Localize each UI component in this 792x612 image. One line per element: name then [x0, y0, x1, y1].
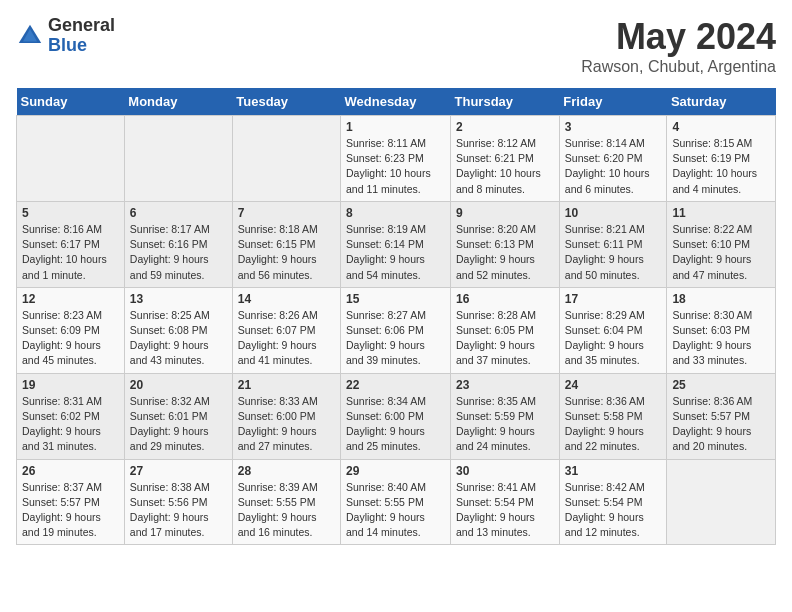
calendar-cell: 13Sunrise: 8:25 AM Sunset: 6:08 PM Dayli… [124, 287, 232, 373]
calendar-cell: 2Sunrise: 8:12 AM Sunset: 6:21 PM Daylig… [451, 116, 560, 202]
calendar-cell: 15Sunrise: 8:27 AM Sunset: 6:06 PM Dayli… [341, 287, 451, 373]
calendar-cell: 5Sunrise: 8:16 AM Sunset: 6:17 PM Daylig… [17, 201, 125, 287]
day-info: Sunrise: 8:22 AM Sunset: 6:10 PM Dayligh… [672, 222, 770, 283]
day-number: 16 [456, 292, 554, 306]
day-number: 28 [238, 464, 335, 478]
day-info: Sunrise: 8:40 AM Sunset: 5:55 PM Dayligh… [346, 480, 445, 541]
day-number: 4 [672, 120, 770, 134]
calendar-cell: 17Sunrise: 8:29 AM Sunset: 6:04 PM Dayli… [559, 287, 667, 373]
calendar-cell: 19Sunrise: 8:31 AM Sunset: 6:02 PM Dayli… [17, 373, 125, 459]
day-number: 15 [346, 292, 445, 306]
day-info: Sunrise: 8:38 AM Sunset: 5:56 PM Dayligh… [130, 480, 227, 541]
calendar-cell: 4Sunrise: 8:15 AM Sunset: 6:19 PM Daylig… [667, 116, 776, 202]
day-number: 31 [565, 464, 662, 478]
day-number: 6 [130, 206, 227, 220]
day-number: 22 [346, 378, 445, 392]
day-info: Sunrise: 8:17 AM Sunset: 6:16 PM Dayligh… [130, 222, 227, 283]
logo-text: General Blue [48, 16, 115, 56]
day-info: Sunrise: 8:14 AM Sunset: 6:20 PM Dayligh… [565, 136, 662, 197]
day-number: 24 [565, 378, 662, 392]
dow-header-friday: Friday [559, 88, 667, 116]
subtitle: Rawson, Chubut, Argentina [581, 58, 776, 76]
day-info: Sunrise: 8:23 AM Sunset: 6:09 PM Dayligh… [22, 308, 119, 369]
day-number: 3 [565, 120, 662, 134]
calendar-cell: 28Sunrise: 8:39 AM Sunset: 5:55 PM Dayli… [232, 459, 340, 545]
dow-header-monday: Monday [124, 88, 232, 116]
calendar-cell [232, 116, 340, 202]
week-row-1: 1Sunrise: 8:11 AM Sunset: 6:23 PM Daylig… [17, 116, 776, 202]
day-info: Sunrise: 8:28 AM Sunset: 6:05 PM Dayligh… [456, 308, 554, 369]
dow-header-tuesday: Tuesday [232, 88, 340, 116]
day-info: Sunrise: 8:27 AM Sunset: 6:06 PM Dayligh… [346, 308, 445, 369]
calendar-cell: 27Sunrise: 8:38 AM Sunset: 5:56 PM Dayli… [124, 459, 232, 545]
day-info: Sunrise: 8:16 AM Sunset: 6:17 PM Dayligh… [22, 222, 119, 283]
day-number: 5 [22, 206, 119, 220]
calendar-cell: 9Sunrise: 8:20 AM Sunset: 6:13 PM Daylig… [451, 201, 560, 287]
day-info: Sunrise: 8:36 AM Sunset: 5:58 PM Dayligh… [565, 394, 662, 455]
calendar-cell: 23Sunrise: 8:35 AM Sunset: 5:59 PM Dayli… [451, 373, 560, 459]
calendar-cell: 1Sunrise: 8:11 AM Sunset: 6:23 PM Daylig… [341, 116, 451, 202]
day-info: Sunrise: 8:30 AM Sunset: 6:03 PM Dayligh… [672, 308, 770, 369]
day-number: 20 [130, 378, 227, 392]
logo-blue-text: Blue [48, 36, 115, 56]
day-info: Sunrise: 8:11 AM Sunset: 6:23 PM Dayligh… [346, 136, 445, 197]
day-number: 18 [672, 292, 770, 306]
day-info: Sunrise: 8:18 AM Sunset: 6:15 PM Dayligh… [238, 222, 335, 283]
calendar-cell: 26Sunrise: 8:37 AM Sunset: 5:57 PM Dayli… [17, 459, 125, 545]
day-info: Sunrise: 8:39 AM Sunset: 5:55 PM Dayligh… [238, 480, 335, 541]
day-info: Sunrise: 8:26 AM Sunset: 6:07 PM Dayligh… [238, 308, 335, 369]
calendar-cell: 11Sunrise: 8:22 AM Sunset: 6:10 PM Dayli… [667, 201, 776, 287]
calendar-cell: 3Sunrise: 8:14 AM Sunset: 6:20 PM Daylig… [559, 116, 667, 202]
day-info: Sunrise: 8:12 AM Sunset: 6:21 PM Dayligh… [456, 136, 554, 197]
main-title: May 2024 [581, 16, 776, 58]
calendar-cell: 30Sunrise: 8:41 AM Sunset: 5:54 PM Dayli… [451, 459, 560, 545]
calendar-cell: 6Sunrise: 8:17 AM Sunset: 6:16 PM Daylig… [124, 201, 232, 287]
day-number: 2 [456, 120, 554, 134]
calendar-table: SundayMondayTuesdayWednesdayThursdayFrid… [16, 88, 776, 545]
calendar-cell: 22Sunrise: 8:34 AM Sunset: 6:00 PM Dayli… [341, 373, 451, 459]
day-info: Sunrise: 8:42 AM Sunset: 5:54 PM Dayligh… [565, 480, 662, 541]
day-number: 1 [346, 120, 445, 134]
dow-header-wednesday: Wednesday [341, 88, 451, 116]
title-block: May 2024 Rawson, Chubut, Argentina [581, 16, 776, 76]
calendar-cell: 7Sunrise: 8:18 AM Sunset: 6:15 PM Daylig… [232, 201, 340, 287]
day-number: 23 [456, 378, 554, 392]
dow-header-thursday: Thursday [451, 88, 560, 116]
day-number: 14 [238, 292, 335, 306]
logo: General Blue [16, 16, 115, 56]
day-info: Sunrise: 8:36 AM Sunset: 5:57 PM Dayligh… [672, 394, 770, 455]
calendar-cell: 18Sunrise: 8:30 AM Sunset: 6:03 PM Dayli… [667, 287, 776, 373]
day-info: Sunrise: 8:34 AM Sunset: 6:00 PM Dayligh… [346, 394, 445, 455]
day-number: 13 [130, 292, 227, 306]
day-number: 9 [456, 206, 554, 220]
week-row-2: 5Sunrise: 8:16 AM Sunset: 6:17 PM Daylig… [17, 201, 776, 287]
calendar-cell: 8Sunrise: 8:19 AM Sunset: 6:14 PM Daylig… [341, 201, 451, 287]
day-number: 29 [346, 464, 445, 478]
day-number: 25 [672, 378, 770, 392]
day-info: Sunrise: 8:15 AM Sunset: 6:19 PM Dayligh… [672, 136, 770, 197]
calendar-cell [17, 116, 125, 202]
day-number: 10 [565, 206, 662, 220]
day-number: 12 [22, 292, 119, 306]
week-row-5: 26Sunrise: 8:37 AM Sunset: 5:57 PM Dayli… [17, 459, 776, 545]
calendar-cell: 20Sunrise: 8:32 AM Sunset: 6:01 PM Dayli… [124, 373, 232, 459]
day-info: Sunrise: 8:37 AM Sunset: 5:57 PM Dayligh… [22, 480, 119, 541]
day-number: 11 [672, 206, 770, 220]
day-info: Sunrise: 8:21 AM Sunset: 6:11 PM Dayligh… [565, 222, 662, 283]
day-info: Sunrise: 8:25 AM Sunset: 6:08 PM Dayligh… [130, 308, 227, 369]
week-row-3: 12Sunrise: 8:23 AM Sunset: 6:09 PM Dayli… [17, 287, 776, 373]
day-number: 19 [22, 378, 119, 392]
calendar-cell: 24Sunrise: 8:36 AM Sunset: 5:58 PM Dayli… [559, 373, 667, 459]
day-info: Sunrise: 8:20 AM Sunset: 6:13 PM Dayligh… [456, 222, 554, 283]
day-info: Sunrise: 8:29 AM Sunset: 6:04 PM Dayligh… [565, 308, 662, 369]
week-row-4: 19Sunrise: 8:31 AM Sunset: 6:02 PM Dayli… [17, 373, 776, 459]
calendar-cell: 25Sunrise: 8:36 AM Sunset: 5:57 PM Dayli… [667, 373, 776, 459]
calendar-cell: 14Sunrise: 8:26 AM Sunset: 6:07 PM Dayli… [232, 287, 340, 373]
calendar-cell: 10Sunrise: 8:21 AM Sunset: 6:11 PM Dayli… [559, 201, 667, 287]
calendar-body: 1Sunrise: 8:11 AM Sunset: 6:23 PM Daylig… [17, 116, 776, 545]
calendar-cell [667, 459, 776, 545]
calendar-cell: 21Sunrise: 8:33 AM Sunset: 6:00 PM Dayli… [232, 373, 340, 459]
calendar-cell [124, 116, 232, 202]
calendar-cell: 31Sunrise: 8:42 AM Sunset: 5:54 PM Dayli… [559, 459, 667, 545]
day-number: 8 [346, 206, 445, 220]
